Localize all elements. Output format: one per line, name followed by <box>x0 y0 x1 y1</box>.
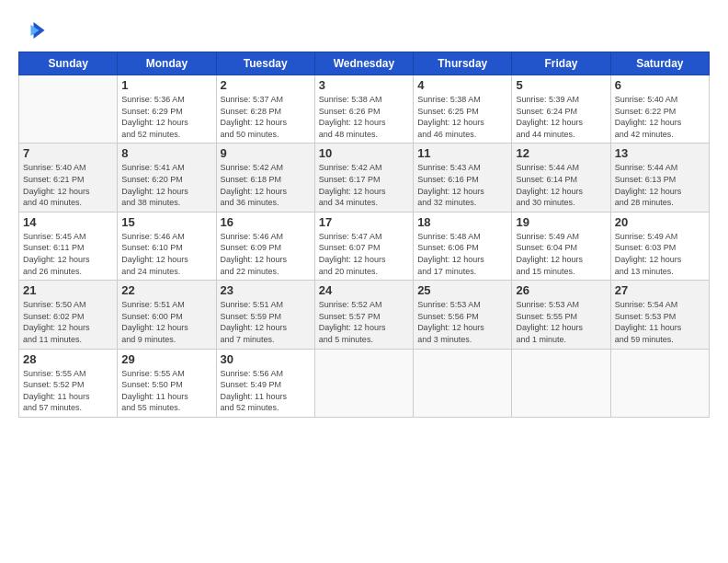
day-number: 30 <box>221 352 311 366</box>
day-number: 26 <box>516 283 606 297</box>
calendar-cell <box>512 349 610 417</box>
calendar-cell: 5Sunrise: 5:39 AMSunset: 6:24 PMDaylight… <box>512 75 610 144</box>
day-number: 10 <box>319 146 409 160</box>
day-info: Sunrise: 5:46 AMSunset: 6:09 PMDaylight:… <box>221 231 311 277</box>
day-info: Sunrise: 5:49 AMSunset: 6:04 PMDaylight:… <box>516 231 606 277</box>
calendar-cell <box>19 75 118 144</box>
calendar-cell: 10Sunrise: 5:42 AMSunset: 6:17 PMDayligh… <box>314 144 413 212</box>
calendar-cell: 17Sunrise: 5:47 AMSunset: 6:07 PMDayligh… <box>314 212 413 280</box>
day-info: Sunrise: 5:43 AMSunset: 6:16 PMDaylight:… <box>417 162 507 208</box>
weekday-header-thursday: Thursday <box>414 52 512 75</box>
logo-icon <box>18 17 46 44</box>
day-number: 2 <box>221 78 311 92</box>
day-info: Sunrise: 5:44 AMSunset: 6:14 PMDaylight:… <box>516 162 606 208</box>
calendar-cell: 29Sunrise: 5:55 AMSunset: 5:50 PMDayligh… <box>118 349 216 417</box>
day-info: Sunrise: 5:38 AMSunset: 6:25 PMDaylight:… <box>417 94 507 140</box>
day-info: Sunrise: 5:40 AMSunset: 6:22 PMDaylight:… <box>615 94 705 140</box>
calendar-cell: 14Sunrise: 5:45 AMSunset: 6:11 PMDayligh… <box>19 212 118 280</box>
calendar-week-row: 1Sunrise: 5:36 AMSunset: 6:29 PMDaylight… <box>19 75 710 144</box>
header <box>18 17 710 44</box>
day-info: Sunrise: 5:51 AMSunset: 6:00 PMDaylight:… <box>121 299 211 345</box>
calendar-cell: 15Sunrise: 5:46 AMSunset: 6:10 PMDayligh… <box>118 212 216 280</box>
calendar-cell: 28Sunrise: 5:55 AMSunset: 5:52 PMDayligh… <box>19 349 118 417</box>
day-number: 13 <box>615 146 705 160</box>
day-info: Sunrise: 5:44 AMSunset: 6:13 PMDaylight:… <box>615 162 705 208</box>
calendar-cell: 1Sunrise: 5:36 AMSunset: 6:29 PMDaylight… <box>118 75 216 144</box>
logo <box>18 17 50 44</box>
calendar-cell: 25Sunrise: 5:53 AMSunset: 5:56 PMDayligh… <box>414 281 512 349</box>
calendar-cell: 7Sunrise: 5:40 AMSunset: 6:21 PMDaylight… <box>19 144 118 212</box>
calendar-week-row: 21Sunrise: 5:50 AMSunset: 6:02 PMDayligh… <box>19 281 710 349</box>
day-info: Sunrise: 5:38 AMSunset: 6:26 PMDaylight:… <box>319 94 409 140</box>
day-number: 5 <box>516 78 606 92</box>
day-number: 27 <box>615 283 705 297</box>
day-number: 6 <box>615 78 705 92</box>
calendar-cell: 16Sunrise: 5:46 AMSunset: 6:09 PMDayligh… <box>216 212 314 280</box>
weekday-header-monday: Monday <box>118 52 216 75</box>
weekday-header-sunday: Sunday <box>19 52 118 75</box>
calendar-week-row: 14Sunrise: 5:45 AMSunset: 6:11 PMDayligh… <box>19 212 710 280</box>
calendar-cell: 9Sunrise: 5:42 AMSunset: 6:18 PMDaylight… <box>216 144 314 212</box>
day-number: 8 <box>121 146 211 160</box>
calendar-cell: 24Sunrise: 5:52 AMSunset: 5:57 PMDayligh… <box>314 281 413 349</box>
calendar-cell: 20Sunrise: 5:49 AMSunset: 6:03 PMDayligh… <box>610 212 709 280</box>
day-info: Sunrise: 5:49 AMSunset: 6:03 PMDaylight:… <box>615 231 705 277</box>
day-info: Sunrise: 5:55 AMSunset: 5:52 PMDaylight:… <box>23 368 113 414</box>
calendar-cell: 22Sunrise: 5:51 AMSunset: 6:00 PMDayligh… <box>118 281 216 349</box>
calendar-cell: 11Sunrise: 5:43 AMSunset: 6:16 PMDayligh… <box>414 144 512 212</box>
day-number: 3 <box>319 78 409 92</box>
day-info: Sunrise: 5:42 AMSunset: 6:17 PMDaylight:… <box>319 162 409 208</box>
day-info: Sunrise: 5:55 AMSunset: 5:50 PMDaylight:… <box>121 368 211 414</box>
calendar-cell: 18Sunrise: 5:48 AMSunset: 6:06 PMDayligh… <box>414 212 512 280</box>
calendar-table: SundayMondayTuesdayWednesdayThursdayFrid… <box>18 52 710 418</box>
day-info: Sunrise: 5:51 AMSunset: 5:59 PMDaylight:… <box>221 299 311 345</box>
day-info: Sunrise: 5:48 AMSunset: 6:06 PMDaylight:… <box>417 231 507 277</box>
day-info: Sunrise: 5:40 AMSunset: 6:21 PMDaylight:… <box>23 162 113 208</box>
day-number: 29 <box>121 352 211 366</box>
day-info: Sunrise: 5:56 AMSunset: 5:49 PMDaylight:… <box>221 368 311 414</box>
day-number: 19 <box>516 215 606 229</box>
day-info: Sunrise: 5:37 AMSunset: 6:28 PMDaylight:… <box>221 94 311 140</box>
day-info: Sunrise: 5:45 AMSunset: 6:11 PMDaylight:… <box>23 231 113 277</box>
calendar-cell: 21Sunrise: 5:50 AMSunset: 6:02 PMDayligh… <box>19 281 118 349</box>
calendar-cell: 8Sunrise: 5:41 AMSunset: 6:20 PMDaylight… <box>118 144 216 212</box>
day-info: Sunrise: 5:46 AMSunset: 6:10 PMDaylight:… <box>121 231 211 277</box>
day-info: Sunrise: 5:36 AMSunset: 6:29 PMDaylight:… <box>121 94 211 140</box>
calendar-cell: 27Sunrise: 5:54 AMSunset: 5:53 PMDayligh… <box>610 281 709 349</box>
day-info: Sunrise: 5:50 AMSunset: 6:02 PMDaylight:… <box>23 299 113 345</box>
day-number: 1 <box>121 78 211 92</box>
day-number: 24 <box>319 283 409 297</box>
calendar-cell <box>610 349 709 417</box>
calendar-cell: 3Sunrise: 5:38 AMSunset: 6:26 PMDaylight… <box>314 75 413 144</box>
calendar-cell: 2Sunrise: 5:37 AMSunset: 6:28 PMDaylight… <box>216 75 314 144</box>
day-info: Sunrise: 5:52 AMSunset: 5:57 PMDaylight:… <box>319 299 409 345</box>
day-number: 15 <box>121 215 211 229</box>
calendar-cell <box>414 349 512 417</box>
calendar-cell: 6Sunrise: 5:40 AMSunset: 6:22 PMDaylight… <box>610 75 709 144</box>
calendar-week-row: 7Sunrise: 5:40 AMSunset: 6:21 PMDaylight… <box>19 144 710 212</box>
day-number: 7 <box>23 146 113 160</box>
calendar-cell: 30Sunrise: 5:56 AMSunset: 5:49 PMDayligh… <box>216 349 314 417</box>
day-number: 4 <box>417 78 507 92</box>
day-info: Sunrise: 5:47 AMSunset: 6:07 PMDaylight:… <box>319 231 409 277</box>
weekday-header-row: SundayMondayTuesdayWednesdayThursdayFrid… <box>19 52 710 75</box>
day-number: 18 <box>417 215 507 229</box>
day-number: 28 <box>23 352 113 366</box>
day-number: 16 <box>221 215 311 229</box>
calendar-cell <box>314 349 413 417</box>
weekday-header-saturday: Saturday <box>610 52 709 75</box>
day-number: 25 <box>417 283 507 297</box>
calendar-cell: 26Sunrise: 5:53 AMSunset: 5:55 PMDayligh… <box>512 281 610 349</box>
calendar-cell: 4Sunrise: 5:38 AMSunset: 6:25 PMDaylight… <box>414 75 512 144</box>
day-number: 14 <box>23 215 113 229</box>
day-number: 17 <box>319 215 409 229</box>
day-info: Sunrise: 5:39 AMSunset: 6:24 PMDaylight:… <box>516 94 606 140</box>
day-number: 23 <box>221 283 311 297</box>
weekday-header-wednesday: Wednesday <box>314 52 413 75</box>
day-info: Sunrise: 5:53 AMSunset: 5:56 PMDaylight:… <box>417 299 507 345</box>
day-number: 12 <box>516 146 606 160</box>
page: SundayMondayTuesdayWednesdayThursdayFrid… <box>0 0 728 563</box>
day-info: Sunrise: 5:42 AMSunset: 6:18 PMDaylight:… <box>221 162 311 208</box>
day-number: 22 <box>121 283 211 297</box>
weekday-header-tuesday: Tuesday <box>216 52 314 75</box>
